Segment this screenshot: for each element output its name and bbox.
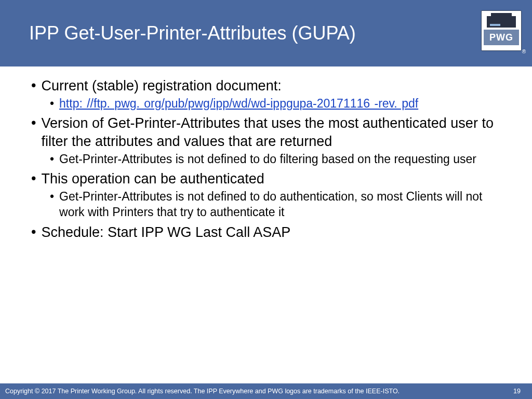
- copyright-text: Copyright © 2017 The Printer Working Gro…: [5, 388, 400, 395]
- list-item: • Current (stable) registration document…: [31, 77, 501, 111]
- bullet-text: Get-Printer-Attributes is not defined to…: [59, 152, 476, 167]
- slide-body: • Current (stable) registration document…: [0, 66, 532, 241]
- list-item: • Version of Get-Printer-Attributes that…: [31, 114, 501, 167]
- slide-footer: Copyright © 2017 The Printer Working Gro…: [0, 383, 532, 399]
- list-item: • Get-Printer-Attributes is not defined …: [50, 189, 501, 220]
- bullet-icon: •: [31, 77, 36, 95]
- bullet-icon: •: [50, 96, 54, 112]
- bullet-icon: •: [31, 170, 36, 188]
- list-item: • Get-Printer-Attributes is not defined …: [50, 152, 501, 167]
- document-link[interactable]: http: //ftp. pwg. org/pub/pwg/ipp/wd/wd-…: [59, 96, 418, 112]
- printer-icon: [487, 16, 516, 28]
- page-number: 19: [513, 388, 521, 395]
- bullet-text: Schedule: Start IPP WG Last Call ASAP: [41, 223, 290, 242]
- slide: IPP Get-User-Printer-Attributes (GUPA) P…: [0, 0, 532, 399]
- bullet-icon: •: [31, 223, 36, 241]
- logo-text: PWG: [489, 32, 513, 43]
- bullet-icon: •: [50, 152, 54, 167]
- list-item: • http: //ftp. pwg. org/pub/pwg/ipp/wd/w…: [50, 96, 501, 112]
- slide-title: IPP Get-User-Printer-Attributes (GUPA): [29, 22, 356, 44]
- slide-header: IPP Get-User-Printer-Attributes (GUPA) P…: [0, 0, 532, 66]
- bullet-text: Version of Get-Printer-Attributes that u…: [41, 114, 501, 150]
- bullet-text: This operation can be authenticated: [41, 170, 264, 188]
- list-item: • Schedule: Start IPP WG Last Call ASAP: [31, 223, 501, 242]
- pwg-logo: PWG: [481, 10, 522, 51]
- bullet-icon: •: [31, 114, 36, 132]
- bullet-icon: •: [50, 189, 54, 205]
- bullet-text: Current (stable) registration document:: [41, 77, 281, 95]
- bullet-list: • Current (stable) registration document…: [31, 77, 501, 241]
- list-item: • This operation can be authenticated • …: [31, 170, 501, 220]
- bullet-text: Get-Printer-Attributes is not defined to…: [59, 189, 501, 220]
- logo-band: PWG: [484, 30, 519, 45]
- registered-mark: ®: [522, 49, 526, 55]
